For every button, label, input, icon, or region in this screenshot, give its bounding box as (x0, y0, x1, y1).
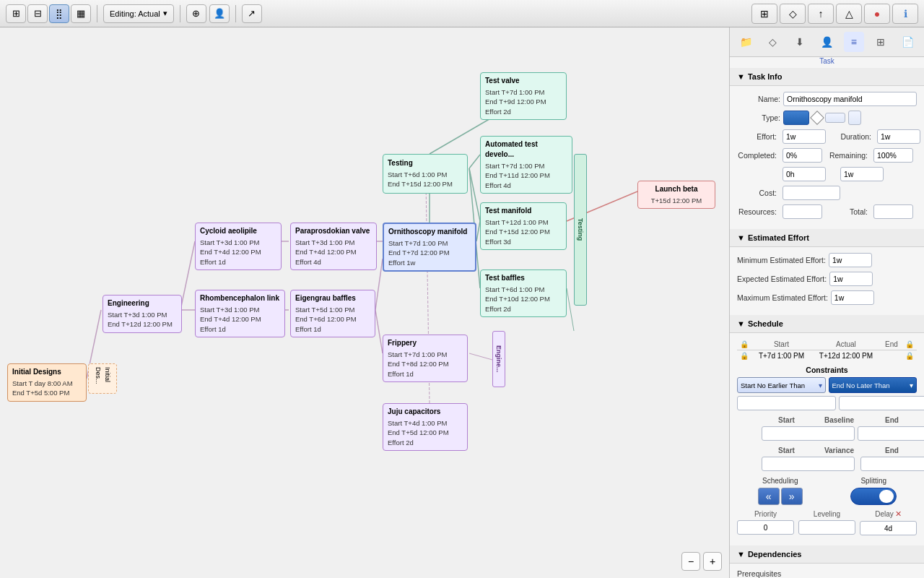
type-row: Type: (737, 111, 917, 125)
baseline-labels: Start Baseline End (737, 416, 917, 424)
editing-mode-btn[interactable]: Editing: Actual ▾ (103, 4, 174, 23)
node-test-valve-effort: Effort 2d (485, 107, 562, 116)
zoom-out-btn[interactable]: − (681, 552, 700, 571)
estimated-effort-chevron: ▼ (737, 233, 745, 242)
resources-input[interactable] (783, 204, 822, 219)
panel-icon-task[interactable]: ≡ (844, 32, 864, 52)
node-initial-designs[interactable]: Initial Designs Start T day 8:00 AM End … (7, 363, 87, 402)
delay-clear-btn[interactable]: ✕ (895, 509, 902, 519)
type-rect-btn[interactable] (783, 111, 809, 125)
weeks-input[interactable] (840, 167, 884, 181)
estimated-effort-header[interactable]: ▼ Estimated Effort (730, 229, 924, 247)
node-frippery[interactable]: Frippery Start T+7d 1:00 PM End T+8d 12:… (383, 335, 468, 382)
node-automated-test[interactable]: Automated test develo... Start T+7d 1:00… (480, 136, 572, 194)
completed-remaining-row: Completed: Remaining: (737, 148, 917, 163)
expected-effort-input[interactable] (829, 272, 873, 286)
node-eigengrau[interactable]: Eigengrau baffles Start T+5d 1:00 PM End… (290, 290, 375, 337)
variance-start-label: Start (762, 447, 811, 454)
completed-label: Completed: (737, 151, 777, 160)
node-eigengrau-end: End T+6d 12:00 PM (295, 314, 370, 324)
start-constraint-select[interactable]: Start No Earlier Than ▾ (737, 377, 826, 393)
info-btn[interactable]: ℹ (892, 4, 918, 24)
delay-label: Delay (875, 510, 894, 518)
node-launch-beta-date: T+15d 12:00 PM (651, 196, 702, 205)
panel-icon-down[interactable]: ⬇ (790, 32, 810, 52)
node-test-valve[interactable]: Test valve Start T+7d 1:00 PM End T+9d 1… (480, 72, 567, 120)
chevron-down-icon: ▾ (163, 9, 167, 18)
node-test-manifold[interactable]: Test manifold Start T+12d 1:00 PM End T+… (480, 202, 567, 250)
node-test-baffles[interactable]: Test baffles Start T+6d 1:00 PM End T+10… (480, 269, 567, 317)
type-vert-btn[interactable] (848, 111, 861, 125)
link-btn[interactable]: ↗ (242, 4, 262, 23)
baseline-mid-input[interactable] (858, 426, 924, 441)
estimated-effort-title: Estimated Effort (748, 233, 809, 242)
hours-input[interactable] (783, 167, 826, 181)
red-btn[interactable]: ● (864, 4, 890, 24)
type-diamond-btn[interactable] (810, 111, 824, 125)
node-cycloid[interactable]: Cycloid aeolipile Start T+3d 1:00 PM End… (195, 223, 282, 270)
priority-label: Priority (754, 510, 777, 518)
upload-btn[interactable]: ↑ (808, 4, 834, 24)
leveling-input[interactable] (798, 520, 855, 535)
list-view-btn[interactable]: ⊟ (27, 4, 48, 23)
cost-input[interactable] (783, 186, 840, 200)
schedule-header[interactable]: ▼ Schedule (730, 315, 924, 333)
network-canvas[interactable]: Initial Designs Start T day 8:00 AM End … (0, 27, 729, 578)
task-info-header[interactable]: ▼ Task Info (730, 68, 924, 86)
remaining-input[interactable] (873, 148, 913, 163)
baseline-start-input[interactable] (762, 426, 855, 441)
grid-icon-btn[interactable]: ⊞ (751, 4, 777, 24)
network-view-btn[interactable]: ⣿ (49, 4, 69, 23)
dependencies-header[interactable]: ▼ Dependencies (730, 545, 924, 564)
start-constraint-input[interactable] (737, 396, 836, 410)
node-testing[interactable]: Testing Start T+6d 1:00 PM End T+15d 12:… (383, 154, 468, 194)
sched-back-btn[interactable]: « (758, 488, 780, 505)
scheduling-label: Scheduling (737, 477, 824, 485)
type-label: Type: (737, 113, 780, 122)
start-constraint-chevron: ▾ (819, 381, 822, 389)
node-paraprosdokian[interactable]: Paraprosdokian valve Start T+3d 1:00 PM … (290, 223, 377, 270)
panel-icon-diamond[interactable]: ◇ (763, 32, 783, 52)
testing-label-text: Testing (577, 218, 584, 241)
node-initial-designs-title: Initial Designs (12, 367, 82, 377)
type-horiz-btn[interactable] (825, 113, 845, 123)
variance-start-input[interactable] (762, 457, 855, 471)
schedule-table: 🔒 Start Actual End 🔒 🔒 T+7d 1:00 PM T+12… (737, 339, 917, 361)
delay-input[interactable] (860, 521, 917, 535)
panel-icon-grid[interactable]: ⊞ (871, 32, 891, 52)
panel-icon-folder[interactable]: 📁 (736, 32, 757, 52)
total-label: Total: (828, 207, 868, 216)
sep3 (235, 5, 236, 22)
name-input[interactable] (783, 92, 917, 106)
total-input[interactable] (873, 204, 913, 219)
node-engineering[interactable]: Engineering Start T+3d 1:00 PM End T+12d… (103, 295, 182, 333)
baseline-label: Baseline (814, 416, 864, 424)
user-btn[interactable]: 👤 (209, 4, 230, 23)
panel-icon-user[interactable]: 👤 (816, 32, 837, 52)
calendar-view-btn[interactable]: ▦ (71, 4, 91, 23)
end-constraint-input[interactable] (839, 396, 924, 410)
panel-icon-doc[interactable]: 📄 (897, 32, 918, 52)
zoom-in-btn[interactable]: + (703, 552, 722, 571)
node-eigengrau-title: Eigengrau baffles (295, 293, 370, 303)
triangle-btn[interactable]: △ (836, 4, 862, 24)
variance-end-input[interactable] (860, 457, 924, 471)
min-effort-input[interactable] (829, 253, 872, 267)
node-ornithoscopy[interactable]: Ornithoscopy manifold Start T+7d 1:00 PM… (383, 223, 476, 272)
completed-input[interactable] (783, 148, 822, 163)
node-launch-beta[interactable]: Launch beta T+15d 12:00 PM (637, 181, 715, 209)
max-effort-input[interactable] (831, 290, 874, 305)
node-juju[interactable]: Juju capacitors Start T+4d 1:00 PM End T… (383, 403, 468, 451)
schedule-lock-right: 🔒 (902, 350, 917, 362)
splitting-toggle[interactable] (850, 488, 897, 505)
add-btn[interactable]: ⊕ (186, 4, 206, 23)
diamond-btn[interactable]: ◇ (780, 4, 806, 24)
end-constraint-select[interactable]: End No Later Than ▾ (829, 377, 918, 393)
panel-label: Task (730, 57, 924, 68)
sched-fwd-btn[interactable]: » (781, 488, 803, 505)
duration-input[interactable] (877, 129, 920, 144)
effort-input[interactable] (783, 129, 826, 144)
gantt-view-btn[interactable]: ⊞ (6, 4, 26, 23)
priority-input[interactable] (737, 520, 794, 535)
node-rhombencephalon[interactable]: Rhombencephalon link Start T+3d 1:00 PM … (195, 290, 285, 337)
